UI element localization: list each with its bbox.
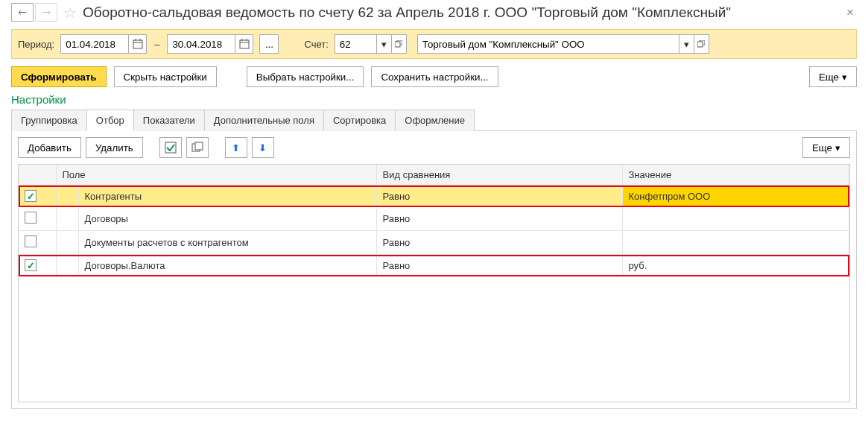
calendar-icon[interactable] [128,35,146,53]
row-field[interactable]: Договоры [78,207,376,231]
period-label: Период: [18,39,54,50]
filter-table: Поле Вид сравнения Значение КонтрагентыР… [18,164,850,402]
col-check-header [19,165,56,186]
tabs: Группировка Отбор Показатели Дополнитель… [11,109,857,131]
row-value[interactable]: Конфетпром ООО [622,186,849,207]
move-up-button[interactable]: ⬆ [225,137,247,158]
row-value[interactable]: руб. [622,255,849,276]
form-button[interactable]: Сформировать [11,66,107,87]
svg-rect-0 [133,40,142,48]
settings-title: Настройки [11,93,857,106]
col-compare-header[interactable]: Вид сравнения [376,165,622,186]
uncheck-all-button[interactable] [186,137,209,158]
tab-grouping[interactable]: Группировка [11,110,87,131]
panel-more-button[interactable]: Еще ▾ [802,137,850,158]
table-row[interactable]: ДоговорыРавно [19,207,849,231]
table-row[interactable]: Документы расчетов с контрагентомРавно [19,231,849,255]
period-to-field[interactable] [167,34,253,54]
org-input[interactable] [418,35,679,53]
row-compare[interactable]: Равно [376,207,622,231]
row-field[interactable]: Договоры.Валюта [78,255,376,276]
row-checkbox[interactable] [25,190,37,202]
svg-rect-4 [240,40,249,48]
arrow-right-icon: 🡒 [42,7,51,18]
period-from-field[interactable] [60,34,147,54]
move-down-button[interactable]: ⬇ [252,137,274,158]
tab-extra-fields[interactable]: Дополнительные поля [204,110,324,131]
row-field[interactable]: Контрагенты [78,186,376,207]
row-checkbox[interactable] [25,212,37,224]
tab-sorting[interactable]: Сортировка [323,110,396,131]
svg-rect-8 [395,42,400,47]
save-settings-button[interactable]: Сохранить настройки... [371,66,498,87]
calendar-icon[interactable] [235,35,253,53]
row-compare[interactable]: Равно [376,186,622,207]
period-bar: Период: – ... Счет: ▾ ▾ [11,29,857,59]
account-label: Счет: [304,39,328,50]
chevron-down-icon: ▾ [842,72,847,83]
row-compare[interactable]: Равно [376,231,622,255]
period-picker-button[interactable]: ... [259,34,279,54]
chevron-down-icon: ▾ [835,142,840,153]
svg-rect-9 [697,42,703,47]
org-field[interactable]: ▾ [417,34,709,54]
row-checkbox[interactable] [25,259,37,271]
nav-back-button[interactable]: 🡐 [11,3,34,22]
period-dash: – [150,39,164,50]
col-value-header[interactable]: Значение [622,165,849,186]
more-button[interactable]: Еще ▾ [809,66,857,87]
row-field[interactable]: Документы расчетов с контрагентом [78,231,376,255]
close-button[interactable]: × [843,5,857,20]
svg-rect-12 [195,142,203,150]
arrow-up-icon: ⬆ [232,142,240,153]
account-input[interactable] [335,35,376,53]
chevron-down-icon[interactable]: ▾ [679,35,694,53]
choose-settings-button[interactable]: Выбрать настройки... [247,66,364,87]
table-row[interactable]: Договоры.ВалютаРавноруб. [19,255,849,276]
page-title: Оборотно-сальдовая ведомость по счету 62… [83,4,843,21]
tab-filter[interactable]: Отбор [86,110,134,131]
add-button[interactable]: Добавить [18,137,81,158]
delete-button[interactable]: Удалить [86,137,143,158]
col-field-header[interactable]: Поле [56,165,376,186]
period-from-input[interactable] [61,35,128,53]
popup-icon[interactable] [694,35,709,53]
hide-settings-button[interactable]: Скрыть настройки [114,66,217,87]
row-checkbox[interactable] [25,235,37,247]
table-row[interactable]: КонтрагентыРавноКонфетпром ООО [19,186,849,207]
popup-icon[interactable] [391,35,406,53]
arrow-down-icon: ⬇ [259,142,267,153]
row-value[interactable] [622,207,849,231]
chevron-down-icon[interactable]: ▾ [376,35,391,53]
tab-design[interactable]: Оформление [395,110,475,131]
period-to-input[interactable] [168,35,235,53]
row-value[interactable] [622,231,849,255]
filter-panel: Добавить Удалить ⬆ ⬇ Еще ▾ Поле Вид срав… [11,131,857,409]
tab-indicators[interactable]: Показатели [133,110,205,131]
row-compare[interactable]: Равно [376,255,622,276]
account-field[interactable]: ▾ [335,34,407,54]
arrow-left-icon: 🡐 [18,7,27,18]
nav-forward-button[interactable]: 🡒 [35,3,57,22]
favorite-star-icon[interactable]: ☆ [63,4,77,22]
check-all-button[interactable] [159,137,182,158]
